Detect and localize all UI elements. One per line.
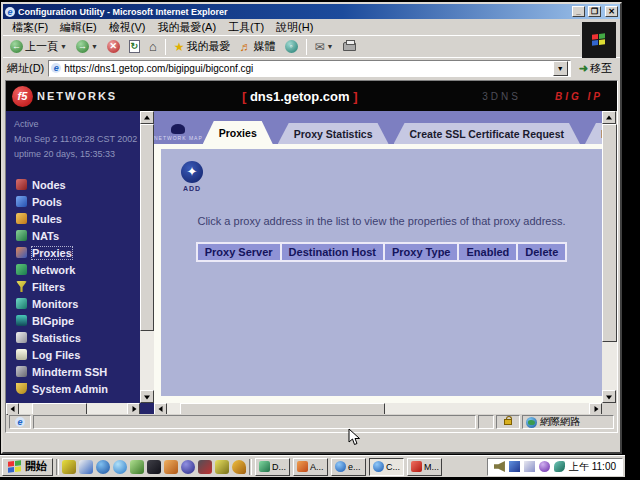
home-button[interactable]: ⌂ xyxy=(146,38,160,55)
clock[interactable]: 上午 11:00 xyxy=(569,460,616,474)
task-button-5[interactable]: M... xyxy=(407,458,442,476)
sidebar-item-nats[interactable]: NATs xyxy=(6,227,140,244)
menu-tools[interactable]: 工具(T) xyxy=(223,20,269,35)
logfiles-icon xyxy=(16,349,27,360)
quick-launch-icon[interactable] xyxy=(147,460,161,474)
tray-icon[interactable] xyxy=(524,461,535,472)
history-button[interactable]: ◦ xyxy=(282,39,301,54)
scroll-up-icon[interactable] xyxy=(602,111,616,124)
add-button[interactable]: ✦ xyxy=(181,161,203,183)
scroll-down-icon[interactable] xyxy=(140,390,154,403)
task-button-1[interactable]: D... xyxy=(255,458,290,476)
sidebar-item-bigpipe[interactable]: BIGpipe xyxy=(6,312,140,329)
app-icon xyxy=(411,461,422,472)
scroll-thumb[interactable] xyxy=(602,124,617,342)
proxies-icon xyxy=(16,247,27,258)
close-button[interactable]: ✕ xyxy=(605,6,618,17)
quick-launch-icon[interactable] xyxy=(130,460,144,474)
back-label: 上一頁 xyxy=(25,39,58,54)
f5-header: f5 NETWORKS [ dns1.getop.com ] 3DNS BIG … xyxy=(6,81,617,111)
task-button-3[interactable]: e... xyxy=(331,458,366,476)
quick-launch-icon[interactable] xyxy=(198,460,212,474)
scroll-down-icon[interactable] xyxy=(602,390,616,403)
tray-icon[interactable] xyxy=(539,461,550,472)
toolbar-separator xyxy=(165,39,166,55)
back-button[interactable]: ← 上一頁 ▼ xyxy=(7,38,70,55)
menu-favorites[interactable]: 我的最愛(A) xyxy=(152,20,221,35)
sidebar-vertical-scrollbar[interactable] xyxy=(140,111,154,403)
tray-icon[interactable] xyxy=(554,461,565,472)
sidebar-item-rules[interactable]: Rules xyxy=(6,210,140,227)
forward-button[interactable]: → ▼ xyxy=(73,39,101,54)
menu-file[interactable]: 檔案(F) xyxy=(7,20,53,35)
maximize-button[interactable]: ❐ xyxy=(588,6,601,17)
task-button-2[interactable]: A... xyxy=(293,458,328,476)
tab-create-ssl-certificate-request[interactable]: Create SSL Certificate Request xyxy=(394,123,580,144)
network-map-button[interactable]: NETWORK MAP xyxy=(154,114,203,144)
refresh-button[interactable]: ↻ xyxy=(126,39,143,54)
menu-help[interactable]: 說明(H) xyxy=(271,20,318,35)
forward-icon: → xyxy=(76,40,89,53)
favorites-icon: ★ xyxy=(174,40,185,54)
title-bar[interactable]: e Configuration Utility - Microsoft Inte… xyxy=(3,4,620,19)
browser-window: e Configuration Utility - Microsoft Inte… xyxy=(1,2,622,454)
add-proxy-control[interactable]: ✦ ADD xyxy=(177,161,207,192)
windows-flag-icon xyxy=(592,33,606,46)
tab-proxies[interactable]: Proxies xyxy=(203,121,273,144)
menu-view[interactable]: 檢視(V) xyxy=(104,20,151,35)
sidebar-item-nodes[interactable]: Nodes xyxy=(6,176,140,193)
volume-icon[interactable] xyxy=(494,461,505,472)
sidebar-item-system-admin[interactable]: System Admin xyxy=(6,380,140,397)
system-status: Active Mon Sep 2 11:09:28 CST 2002 uptim… xyxy=(6,111,140,162)
scroll-up-icon[interactable] xyxy=(140,111,154,124)
minimize-button[interactable]: _ xyxy=(572,6,585,17)
start-windows-icon xyxy=(8,460,22,473)
favorites-button[interactable]: ★ 我的最愛 xyxy=(171,38,234,55)
zone-label: 網際網路 xyxy=(540,415,580,429)
quick-launch-icon[interactable] xyxy=(62,460,76,474)
status-datetime: Mon Sep 2 11:09:28 CST 2002 xyxy=(14,132,140,147)
sidebar-item-pools[interactable]: Pools xyxy=(6,193,140,210)
add-label: ADD xyxy=(177,185,207,192)
sidebar-item-network[interactable]: Network xyxy=(6,261,140,278)
host-bracket-right: ] xyxy=(353,89,357,104)
main-vertical-scrollbar[interactable] xyxy=(602,111,617,403)
quick-launch-icon[interactable] xyxy=(181,460,195,474)
menu-bar: 檔案(F) 編輯(E) 檢視(V) 我的最愛(A) 工具(T) 說明(H) xyxy=(3,19,580,35)
address-input[interactable]: e https://dns1.getop.com/bigipgui/bigcon… xyxy=(48,60,571,77)
sidebar-item-proxies[interactable]: Proxies xyxy=(6,244,140,261)
forward-dropdown-icon[interactable]: ▼ xyxy=(91,43,98,50)
stop-button[interactable]: ✕ xyxy=(104,39,123,54)
column-proxy-type: Proxy Type xyxy=(384,242,459,262)
status-message-pane xyxy=(33,415,476,429)
back-dropdown-icon[interactable]: ▼ xyxy=(60,43,67,50)
app-icon xyxy=(297,461,308,472)
sidebar-item-mindterm-ssh[interactable]: Mindterm SSH xyxy=(6,363,140,380)
tray-icon[interactable] xyxy=(509,461,520,472)
f5-logo-icon: f5 xyxy=(12,86,33,107)
sidebar-item-statistics[interactable]: Statistics xyxy=(6,329,140,346)
print-button[interactable] xyxy=(340,41,359,52)
sidebar-item-log-files[interactable]: Log Files xyxy=(6,346,140,363)
menu-edit[interactable]: 編輯(E) xyxy=(55,20,102,35)
url-text[interactable]: https://dns1.getop.com/bigipgui/bigconf.… xyxy=(64,63,550,74)
quick-launch-icon[interactable] xyxy=(232,460,246,474)
start-button[interactable]: 開始 xyxy=(2,458,53,476)
sidebar-item-monitors[interactable]: Monitors xyxy=(6,295,140,312)
media-button[interactable]: ♬ 媒體 xyxy=(237,38,279,55)
quick-launch-icon[interactable] xyxy=(96,460,110,474)
quick-launch-icon[interactable] xyxy=(113,460,127,474)
address-dropdown-icon[interactable]: ▼ xyxy=(553,61,568,76)
sidebar-item-filters[interactable]: Filters xyxy=(6,278,140,295)
mail-dropdown-icon[interactable]: ▼ xyxy=(327,43,334,50)
tab-proxy-statistics[interactable]: Proxy Statistics xyxy=(278,123,389,144)
system-tray: 上午 11:00 xyxy=(487,458,623,476)
go-button[interactable]: ➜ 移至 xyxy=(575,60,616,77)
tab-install-ssl-certificate[interactable]: Install SSL Certificate xyxy=(585,123,602,144)
task-button-configuration-utility[interactable]: C... xyxy=(369,458,404,476)
quick-launch-icon[interactable] xyxy=(79,460,93,474)
quick-launch-icon[interactable] xyxy=(164,460,178,474)
scroll-thumb[interactable] xyxy=(140,124,154,331)
quick-launch-icon[interactable] xyxy=(215,460,229,474)
mail-button[interactable]: ✉ ▼ xyxy=(312,39,337,55)
